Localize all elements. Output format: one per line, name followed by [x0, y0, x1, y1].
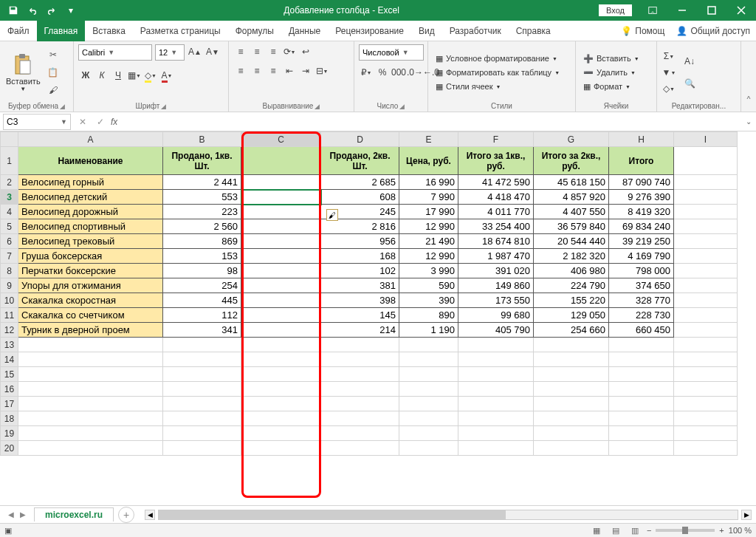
cell[interactable]: [241, 234, 321, 249]
cell[interactable]: [163, 352, 241, 367]
cell[interactable]: 1 190: [399, 323, 458, 338]
decrease-indent-icon[interactable]: ⇤: [282, 64, 297, 78]
cell[interactable]: 155 220: [534, 293, 609, 308]
cell[interactable]: [534, 367, 609, 382]
cell[interactable]: [609, 382, 674, 397]
cell[interactable]: [674, 367, 738, 382]
cell[interactable]: 2 685: [321, 175, 399, 190]
paste-button[interactable]: Вставить ▼: [4, 52, 42, 94]
table-header-cell[interactable]: [241, 147, 321, 175]
cell[interactable]: 254 660: [534, 323, 609, 338]
row-header[interactable]: 15: [1, 367, 18, 382]
column-header[interactable]: G: [534, 132, 609, 147]
cell[interactable]: [674, 147, 738, 175]
cell[interactable]: [399, 352, 458, 367]
cell[interactable]: [674, 426, 738, 441]
cell[interactable]: [458, 352, 534, 367]
cell[interactable]: [163, 338, 241, 352]
cell[interactable]: [163, 367, 241, 382]
cell[interactable]: [18, 352, 163, 367]
cell[interactable]: [534, 382, 609, 397]
share-button[interactable]: 👤Общий доступ: [670, 21, 756, 41]
cell[interactable]: [399, 338, 458, 352]
table-header-cell[interactable]: Продано, 2кв. Шт.: [321, 147, 399, 175]
save-icon[interactable]: [4, 2, 22, 18]
cell[interactable]: 890: [399, 308, 458, 323]
tab-prev-icon[interactable]: ◀: [6, 510, 16, 519]
zoom-thumb[interactable]: [682, 527, 688, 534]
cell[interactable]: [674, 352, 738, 367]
fill-icon[interactable]: ▼▼: [662, 65, 676, 80]
cell[interactable]: 214: [321, 323, 399, 338]
formula-input[interactable]: [117, 114, 741, 130]
cell[interactable]: 660 450: [609, 323, 674, 338]
cell[interactable]: [458, 382, 534, 397]
row-header[interactable]: 14: [1, 352, 18, 367]
cell[interactable]: [609, 338, 674, 352]
cell[interactable]: 2 816: [321, 219, 399, 234]
hscroll-thumb[interactable]: [159, 510, 506, 519]
font-color-button[interactable]: А▼: [159, 68, 174, 83]
percent-icon[interactable]: %: [375, 65, 390, 80]
cell[interactable]: [163, 397, 241, 411]
cell[interactable]: [399, 397, 458, 411]
cell[interactable]: 254: [163, 278, 241, 293]
cell[interactable]: [321, 352, 399, 367]
cell[interactable]: [399, 367, 458, 382]
cell[interactable]: [241, 293, 321, 308]
zoom-in-icon[interactable]: +: [719, 526, 724, 535]
cell[interactable]: [18, 426, 163, 441]
cell[interactable]: 7 990: [399, 190, 458, 205]
cell[interactable]: 3 990: [399, 264, 458, 278]
cell[interactable]: 12 990: [399, 219, 458, 234]
align-center-icon[interactable]: ≡: [250, 64, 264, 78]
cell[interactable]: [241, 278, 321, 293]
cell[interactable]: [458, 338, 534, 352]
cell[interactable]: [674, 338, 738, 352]
row-header[interactable]: 3: [1, 190, 18, 205]
cell[interactable]: [534, 397, 609, 411]
tab-formulas[interactable]: Формулы: [228, 21, 281, 41]
cell[interactable]: 112: [163, 308, 241, 323]
cell[interactable]: [674, 323, 738, 338]
cell[interactable]: [674, 411, 738, 426]
cell[interactable]: [241, 426, 321, 441]
cell[interactable]: [458, 367, 534, 382]
cell[interactable]: 328 770: [609, 293, 674, 308]
column-header[interactable]: A: [18, 132, 163, 147]
cell[interactable]: 87 090 740: [609, 175, 674, 190]
cell[interactable]: Велосипед горный: [18, 175, 163, 190]
cell[interactable]: [674, 249, 738, 264]
select-all-corner[interactable]: [1, 132, 18, 147]
column-header[interactable]: I: [674, 132, 738, 147]
increase-indent-icon[interactable]: ⇥: [298, 64, 313, 78]
cell[interactable]: Велосипед спортивный: [18, 219, 163, 234]
cell[interactable]: [321, 426, 399, 441]
cut-icon[interactable]: ✂: [45, 47, 61, 63]
cell[interactable]: 8 419 320: [609, 205, 674, 219]
cell[interactable]: [241, 367, 321, 382]
hscroll-right-icon[interactable]: ▶: [741, 510, 752, 520]
zoom-out-icon[interactable]: −: [647, 526, 651, 535]
cell[interactable]: [321, 397, 399, 411]
cell[interactable]: [534, 441, 609, 456]
cell[interactable]: Велосипед трековый: [18, 234, 163, 249]
cell[interactable]: [534, 426, 609, 441]
row-header[interactable]: 18: [1, 411, 18, 426]
align-top-icon[interactable]: ≡: [233, 44, 248, 59]
cell[interactable]: [674, 205, 738, 219]
delete-cells-button[interactable]: ➖Удалить▼: [580, 66, 642, 79]
column-header[interactable]: F: [458, 132, 534, 147]
cell[interactable]: 33 254 400: [458, 219, 534, 234]
cell[interactable]: 153: [163, 249, 241, 264]
cell[interactable]: 149 860: [458, 278, 534, 293]
page-layout-view-icon[interactable]: ▤: [608, 524, 623, 536]
cell[interactable]: 36 579 840: [534, 219, 609, 234]
cell[interactable]: [399, 426, 458, 441]
cell[interactable]: [609, 426, 674, 441]
tab-developer[interactable]: Разработчик: [442, 21, 509, 41]
close-button[interactable]: [726, 0, 756, 21]
cell[interactable]: 16 990: [399, 175, 458, 190]
table-header-cell[interactable]: Продано, 1кв. Шт.: [163, 147, 241, 175]
italic-button[interactable]: К: [94, 68, 109, 83]
